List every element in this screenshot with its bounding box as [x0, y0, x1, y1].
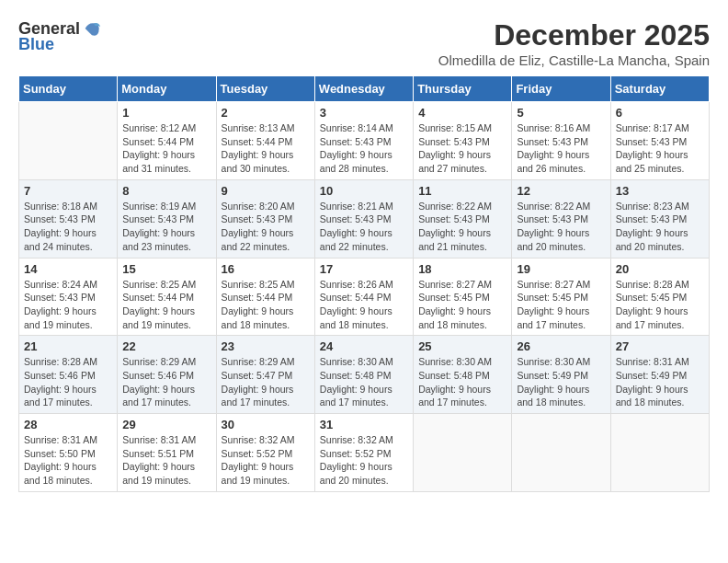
sunrise-text: Sunrise: 8:22 AM: [418, 201, 492, 212]
title-section: December 2025 Olmedilla de Eliz, Castill…: [438, 18, 710, 68]
column-header-friday: Friday: [512, 76, 610, 102]
sunset-text: Sunset: 5:45 PM: [616, 292, 688, 303]
sunrise-text: Sunrise: 8:31 AM: [122, 434, 196, 445]
day-number: 25: [418, 339, 506, 353]
day-number: 28: [24, 418, 112, 431]
calendar-cell: [19, 102, 118, 180]
calendar: SundayMondayTuesdayWednesdayThursdayFrid…: [18, 75, 710, 492]
sunset-text: Sunset: 5:43 PM: [24, 213, 96, 224]
day-info: Sunrise: 8:16 AM Sunset: 5:43 PM Dayligh…: [517, 121, 605, 176]
column-header-tuesday: Tuesday: [216, 76, 314, 102]
sunset-text: Sunset: 5:43 PM: [616, 136, 688, 147]
sunset-text: Sunset: 5:45 PM: [418, 292, 490, 303]
logo-text-blue: Blue: [18, 35, 54, 54]
day-number: 17: [320, 262, 408, 276]
day-info: Sunrise: 8:32 AM Sunset: 5:52 PM Dayligh…: [222, 433, 310, 488]
sunset-text: Sunset: 5:44 PM: [222, 292, 293, 303]
sunset-text: Sunset: 5:48 PM: [418, 370, 490, 381]
daylight-text: Daylight: 9 hours and 22 minutes.: [320, 227, 392, 252]
daylight-text: Daylight: 9 hours and 31 minutes.: [122, 149, 195, 174]
day-info: Sunrise: 8:23 AM Sunset: 5:43 PM Dayligh…: [616, 200, 704, 254]
sunrise-text: Sunrise: 8:17 AM: [616, 122, 689, 133]
day-number: 23: [222, 339, 310, 353]
sunrise-text: Sunrise: 8:13 AM: [222, 122, 295, 133]
day-info: Sunrise: 8:30 AM Sunset: 5:48 PM Dayligh…: [320, 355, 408, 409]
day-info: Sunrise: 8:25 AM Sunset: 5:44 PM Dayligh…: [122, 278, 210, 332]
day-info: Sunrise: 8:30 AM Sunset: 5:49 PM Dayligh…: [517, 355, 605, 409]
sunset-text: Sunset: 5:43 PM: [320, 213, 392, 224]
daylight-text: Daylight: 9 hours and 17 minutes.: [418, 384, 491, 408]
calendar-cell: 3 Sunrise: 8:14 AM Sunset: 5:43 PM Dayli…: [314, 102, 413, 180]
daylight-text: Daylight: 9 hours and 19 minutes.: [122, 305, 195, 330]
day-number: 7: [24, 184, 112, 198]
day-info: Sunrise: 8:21 AM Sunset: 5:43 PM Dayligh…: [320, 200, 408, 254]
day-number: 14: [24, 262, 112, 276]
day-number: 30: [222, 418, 310, 431]
calendar-cell: 18 Sunrise: 8:27 AM Sunset: 5:45 PM Dayl…: [414, 258, 512, 336]
calendar-cell: 22 Sunrise: 8:29 AM Sunset: 5:46 PM Dayl…: [118, 336, 216, 414]
day-number: 3: [320, 106, 408, 120]
sunset-text: Sunset: 5:43 PM: [517, 136, 588, 147]
sunset-text: Sunset: 5:50 PM: [24, 448, 96, 459]
sunrise-text: Sunrise: 8:26 AM: [320, 279, 393, 290]
calendar-cell: 5 Sunrise: 8:16 AM Sunset: 5:43 PM Dayli…: [512, 102, 610, 180]
sunset-text: Sunset: 5:46 PM: [24, 370, 96, 381]
sunrise-text: Sunrise: 8:12 AM: [122, 122, 196, 133]
calendar-cell: 7 Sunrise: 8:18 AM Sunset: 5:43 PM Dayli…: [19, 179, 118, 258]
day-number: 4: [418, 106, 506, 120]
calendar-week-row: 28 Sunrise: 8:31 AM Sunset: 5:50 PM Dayl…: [19, 414, 710, 492]
day-info: Sunrise: 8:17 AM Sunset: 5:43 PM Dayligh…: [616, 121, 704, 176]
day-info: Sunrise: 8:27 AM Sunset: 5:45 PM Dayligh…: [418, 278, 506, 332]
sunset-text: Sunset: 5:44 PM: [122, 136, 194, 147]
calendar-cell: 13 Sunrise: 8:23 AM Sunset: 5:43 PM Dayl…: [610, 179, 709, 258]
calendar-week-row: 1 Sunrise: 8:12 AM Sunset: 5:44 PM Dayli…: [19, 102, 710, 180]
calendar-cell: 16 Sunrise: 8:25 AM Sunset: 5:44 PM Dayl…: [216, 258, 314, 336]
calendar-cell: 20 Sunrise: 8:28 AM Sunset: 5:45 PM Dayl…: [610, 258, 709, 336]
daylight-text: Daylight: 9 hours and 27 minutes.: [418, 149, 491, 174]
daylight-text: Daylight: 9 hours and 17 minutes.: [517, 305, 589, 330]
calendar-cell: 21 Sunrise: 8:28 AM Sunset: 5:46 PM Dayl…: [19, 336, 118, 414]
day-number: 10: [320, 184, 408, 198]
calendar-week-row: 21 Sunrise: 8:28 AM Sunset: 5:46 PM Dayl…: [19, 336, 710, 414]
day-info: Sunrise: 8:29 AM Sunset: 5:46 PM Dayligh…: [122, 355, 210, 409]
daylight-text: Daylight: 9 hours and 20 minutes.: [616, 227, 688, 252]
day-number: 13: [616, 184, 704, 198]
daylight-text: Daylight: 9 hours and 17 minutes.: [616, 305, 688, 330]
daylight-text: Daylight: 9 hours and 19 minutes.: [222, 461, 294, 486]
sunrise-text: Sunrise: 8:22 AM: [517, 201, 590, 212]
sunrise-text: Sunrise: 8:20 AM: [222, 201, 295, 212]
sunrise-text: Sunrise: 8:27 AM: [517, 279, 590, 290]
calendar-cell: 23 Sunrise: 8:29 AM Sunset: 5:47 PM Dayl…: [216, 336, 314, 414]
daylight-text: Daylight: 9 hours and 18 minutes.: [418, 305, 491, 330]
day-info: Sunrise: 8:27 AM Sunset: 5:45 PM Dayligh…: [517, 278, 605, 332]
day-number: 29: [122, 418, 210, 431]
day-info: Sunrise: 8:19 AM Sunset: 5:43 PM Dayligh…: [122, 200, 210, 254]
daylight-text: Daylight: 9 hours and 17 minutes.: [222, 384, 294, 408]
sunset-text: Sunset: 5:43 PM: [320, 136, 392, 147]
calendar-cell: 24 Sunrise: 8:30 AM Sunset: 5:48 PM Dayl…: [314, 336, 413, 414]
day-number: 5: [517, 106, 605, 120]
day-number: 26: [517, 339, 605, 353]
logo: General Blue: [18, 18, 102, 54]
day-info: Sunrise: 8:28 AM Sunset: 5:46 PM Dayligh…: [24, 355, 112, 409]
sunset-text: Sunset: 5:52 PM: [222, 448, 293, 459]
sunrise-text: Sunrise: 8:30 AM: [320, 356, 393, 367]
sunset-text: Sunset: 5:46 PM: [122, 370, 194, 381]
sunrise-text: Sunrise: 8:23 AM: [616, 201, 689, 212]
calendar-cell: [610, 414, 709, 492]
sunrise-text: Sunrise: 8:15 AM: [418, 122, 492, 133]
day-info: Sunrise: 8:31 AM Sunset: 5:49 PM Dayligh…: [616, 355, 704, 409]
day-number: 8: [122, 184, 210, 198]
calendar-cell: 2 Sunrise: 8:13 AM Sunset: 5:44 PM Dayli…: [216, 102, 314, 180]
day-number: 16: [222, 262, 310, 276]
page-header: General Blue December 2025 Olmedilla de …: [18, 18, 710, 68]
sunset-text: Sunset: 5:47 PM: [222, 370, 293, 381]
sunrise-text: Sunrise: 8:30 AM: [418, 356, 492, 367]
daylight-text: Daylight: 9 hours and 18 minutes.: [24, 461, 97, 486]
calendar-week-row: 7 Sunrise: 8:18 AM Sunset: 5:43 PM Dayli…: [19, 179, 710, 258]
day-info: Sunrise: 8:22 AM Sunset: 5:43 PM Dayligh…: [517, 200, 605, 254]
sunrise-text: Sunrise: 8:19 AM: [122, 201, 196, 212]
calendar-cell: 19 Sunrise: 8:27 AM Sunset: 5:45 PM Dayl…: [512, 258, 610, 336]
calendar-cell: 6 Sunrise: 8:17 AM Sunset: 5:43 PM Dayli…: [610, 102, 709, 180]
sunrise-text: Sunrise: 8:29 AM: [122, 356, 196, 367]
